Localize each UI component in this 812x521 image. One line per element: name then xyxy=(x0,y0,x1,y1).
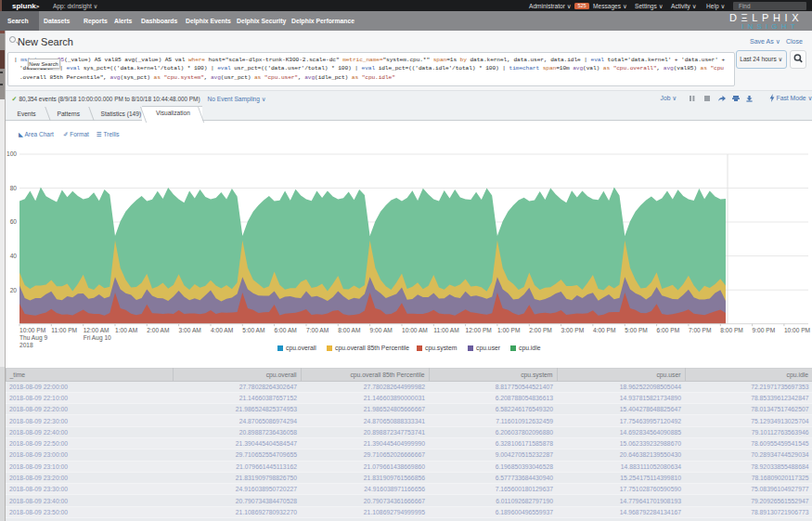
svg-text:1:00 AM: 1:00 AM xyxy=(115,327,137,333)
svg-text:4:00 PM: 4:00 PM xyxy=(593,327,616,333)
svg-text:8:00 AM: 8:00 AM xyxy=(338,327,360,333)
svg-text:11:00 AM: 11:00 AM xyxy=(433,327,458,333)
svg-text:80: 80 xyxy=(10,185,18,191)
svg-text:10:00 AM: 10:00 AM xyxy=(402,327,428,333)
svg-text:12:00 AM: 12:00 AM xyxy=(84,327,110,333)
svg-text:40: 40 xyxy=(10,253,18,259)
svg-text:3:00 AM: 3:00 AM xyxy=(179,327,201,333)
svg-text:2:00 PM: 2:00 PM xyxy=(529,327,552,333)
svg-text:100: 100 xyxy=(6,150,17,157)
svg-text:9:00 PM: 9:00 PM xyxy=(753,327,776,333)
svg-text:7:00 PM: 7:00 PM xyxy=(689,327,712,333)
svg-text:Fri Aug 10: Fri Aug 10 xyxy=(84,334,111,342)
svg-text:10:00 PM: 10:00 PM xyxy=(784,327,810,333)
svg-text:5:00 PM: 5:00 PM xyxy=(625,327,648,333)
svg-text:6:00 PM: 6:00 PM xyxy=(657,327,680,333)
svg-text:2:00 AM: 2:00 AM xyxy=(147,327,169,333)
svg-text:20: 20 xyxy=(10,287,18,293)
svg-text:12:00 PM: 12:00 PM xyxy=(466,327,492,333)
svg-text:7:00 AM: 7:00 AM xyxy=(306,327,329,333)
svg-text:60: 60 xyxy=(10,218,18,225)
svg-text:10:00 PM: 10:00 PM xyxy=(19,327,45,333)
svg-text:8:00 PM: 8:00 PM xyxy=(720,327,743,333)
svg-text:Thu Aug 9: Thu Aug 9 xyxy=(19,334,47,342)
svg-text:3:00 PM: 3:00 PM xyxy=(561,327,585,333)
svg-text:9:00 AM: 9:00 AM xyxy=(370,327,393,333)
svg-text:4:00 AM: 4:00 AM xyxy=(211,327,233,333)
svg-text:6:00 AM: 6:00 AM xyxy=(275,327,297,333)
svg-text:5:00 AM: 5:00 AM xyxy=(242,327,264,333)
svg-text:2018: 2018 xyxy=(19,342,33,348)
svg-text:1:00 PM: 1:00 PM xyxy=(497,327,521,333)
svg-text:11:00 PM: 11:00 PM xyxy=(51,327,77,333)
